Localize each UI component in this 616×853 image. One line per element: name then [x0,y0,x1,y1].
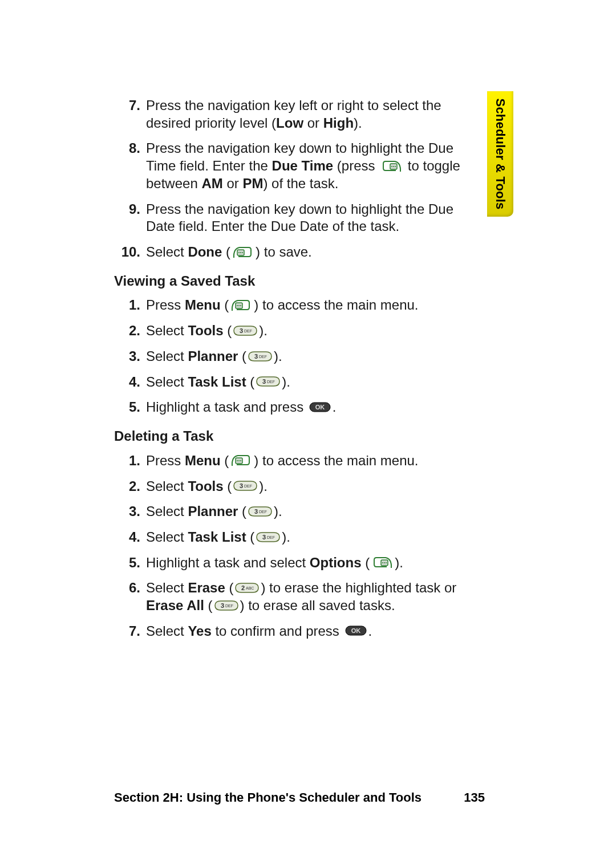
list-item-number: 4. [114,373,146,391]
svg-text:ABC: ABC [246,586,254,590]
svg-text:DEF: DEF [259,510,267,514]
left-softkey-icon [230,298,253,312]
list-item-body: Select Planner ( 3 DEF ). [146,348,462,368]
svg-text:DEF: DEF [267,535,275,539]
keypad-3-icon: 3 DEF [233,324,258,338]
svg-point-7 [242,252,243,253]
footer-page-number: 135 [464,790,485,805]
svg-point-5 [238,252,240,253]
list-item-body: Press the navigation key down to highlig… [146,201,462,238]
list-item-number: 7. [114,623,146,640]
right-softkey-icon [380,159,403,173]
svg-text:3: 3 [240,482,243,489]
keypad-3-icon: 3 DEF [256,530,281,544]
list-item-body: Select Tools ( 3 DEF ). [146,478,462,498]
list-item-number: 10. [114,243,146,261]
side-tab-label: Scheduler & Tools [493,99,508,210]
keypad-3-icon: 3 DEF [233,479,258,493]
list-item-number: 3. [114,503,146,521]
svg-text:OK: OK [315,404,325,411]
svg-text:3: 3 [240,327,243,334]
keypad-3-icon: 3 DEF [256,375,281,388]
page-footer: Section 2H: Using the Phone's Scheduler … [114,790,485,805]
list-item: 8.Press the navigation key down to highl… [114,140,462,194]
list-item-body: Select Task List ( 3 DEF ). [146,529,462,549]
list-section-c: 1.Press Menu ( ) to access the main menu… [114,452,462,643]
list-item-number: 7. [114,97,146,115]
svg-point-2 [393,166,394,167]
svg-text:3: 3 [262,534,266,541]
svg-point-11 [240,305,241,306]
svg-text:DEF: DEF [267,380,275,384]
list-item-body: Select Tools ( 3 DEF ). [146,322,462,342]
list-item-number: 1. [114,452,146,470]
svg-text:DEF: DEF [244,484,252,488]
list-item-number: 6. [114,579,146,597]
svg-text:DEF: DEF [225,604,233,608]
list-item: 9.Press the navigation key down to highl… [114,201,462,238]
list-section-a: 7.Press the navigation key left or right… [114,97,462,263]
svg-point-10 [238,305,240,306]
list-item-number: 3. [114,348,146,365]
list-section-b: 1.Press Menu ( ) to access the main menu… [114,296,462,419]
svg-point-22 [238,460,240,461]
keypad-3-icon: 3 DEF [214,599,239,612]
list-item: 5.Highlight a task and press OK . [114,399,462,419]
svg-text:3: 3 [262,378,266,385]
keypad-3-icon: 3 DEF [248,505,273,518]
list-item: 6.Select Erase ( 2 ABC ) to erase the hi… [114,579,462,616]
content-column: 7.Press the navigation key left or right… [114,97,462,648]
right-softkey-icon [371,555,394,569]
list-item-number: 1. [114,296,146,314]
ok-key-icon: OK [309,400,331,414]
svg-point-6 [240,252,241,253]
list-item: 1.Press Menu ( ) to access the main menu… [114,296,462,316]
list-item: 2.Select Tools ( 3 DEF ). [114,322,462,342]
svg-text:OK: OK [351,627,360,634]
svg-point-32 [384,562,385,563]
list-item-body: Highlight a task and press OK . [146,399,462,419]
list-item-body: Press Menu ( ) to access the main menu. [146,452,462,472]
side-tab: Scheduler & Tools [487,91,513,217]
list-item: 4.Select Task List ( 3 DEF ). [114,373,462,393]
svg-point-31 [382,562,383,563]
svg-point-1 [391,166,392,167]
subheading-viewing: Viewing a Saved Task [114,273,462,290]
svg-point-23 [240,460,241,461]
svg-point-9 [237,305,238,306]
list-item-body: Press the navigation key down to highlig… [146,140,462,194]
list-item: 3.Select Planner ( 3 DEF ). [114,503,462,523]
list-item-number: 5. [114,554,146,572]
svg-point-33 [386,562,387,563]
subheading-deleting: Deleting a Task [114,428,462,445]
list-item: 4.Select Task List ( 3 DEF ). [114,529,462,549]
manual-page: Scheduler & Tools 7.Press the navigation… [0,0,616,853]
list-item: 5.Highlight a task and select Options ( … [114,554,462,574]
keypad-2-icon: 2 ABC [234,581,260,595]
list-item: 3.Select Planner ( 3 DEF ). [114,348,462,368]
list-item-body: Select Erase ( 2 ABC ) to erase the high… [146,579,462,616]
svg-point-21 [237,460,238,461]
svg-text:DEF: DEF [244,329,252,333]
svg-point-3 [395,166,396,167]
svg-text:DEF: DEF [259,355,267,359]
keypad-3-icon: 3 DEF [248,350,273,363]
list-item-number: 9. [114,201,146,218]
svg-text:2: 2 [241,584,245,591]
list-item: 1.Press Menu ( ) to access the main menu… [114,452,462,472]
list-item-body: Press Menu ( ) to access the main menu. [146,296,462,316]
list-item: 7.Select Yes to confirm and press OK . [114,623,462,643]
svg-text:3: 3 [221,602,224,609]
list-item-body: Select Yes to confirm and press OK . [146,623,462,643]
list-item-body: Highlight a task and select Options ( ). [146,554,462,574]
footer-section: Section 2H: Using the Phone's Scheduler … [114,790,422,805]
svg-text:3: 3 [254,508,258,515]
list-item-number: 5. [114,399,146,416]
list-item-number: 2. [114,322,146,340]
list-item-body: Select Planner ( 3 DEF ). [146,503,462,523]
left-softkey-icon [230,453,253,467]
list-item-number: 8. [114,140,146,157]
list-item-body: Select Done ( ) to save. [146,243,462,263]
list-item-number: 4. [114,529,146,546]
list-item-number: 2. [114,478,146,495]
